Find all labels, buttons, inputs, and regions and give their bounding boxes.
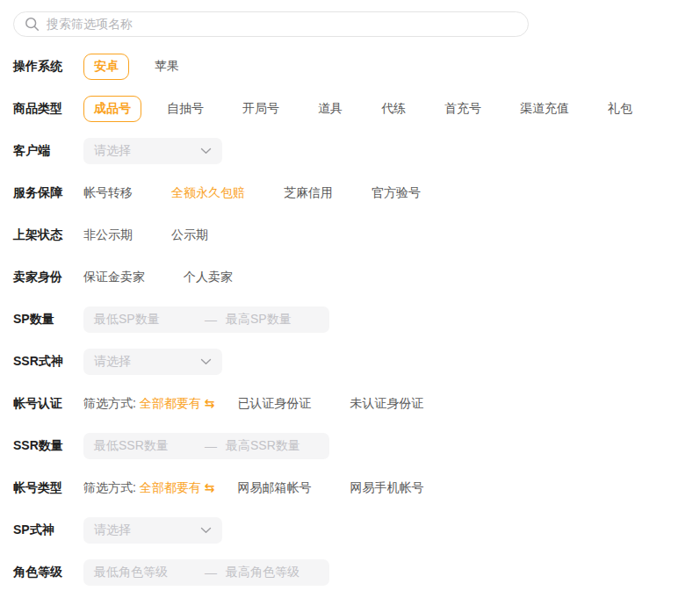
filter-option[interactable]: 渠道充值 [520,101,569,117]
filter-row-items: 筛选方式: 全部都要有 ⇆已认证身份证未认证身份证 [83,396,462,412]
filter-row: SSR数量最低SSR数量—最高SSR数量 [0,425,700,467]
filter-option[interactable]: 网易邮箱帐号 [237,480,311,496]
select-placeholder: 请选择 [94,143,131,159]
range-min-placeholder: 最低SP数量 [94,312,205,328]
filter-option[interactable]: 开局号 [242,101,279,117]
filter-row: 帐号认证筛选方式: 全部都要有 ⇆已认证身份证未认证身份证 [0,383,700,425]
filter-row-label: 操作系统 [13,59,83,75]
swap-icon: ⇆ [205,480,215,494]
select-dropdown[interactable]: 请选择 [83,349,222,375]
range-separator: — [205,439,226,453]
filter-row: SP数量最低SP数量—最高SP数量 [0,299,700,341]
filter-row-label: 上架状态 [13,227,83,243]
chevron-down-icon [200,358,212,365]
filter-option-selected[interactable]: 成品号 [83,96,141,122]
filter-row: 帐号类型筛选方式: 全部都要有 ⇆网易邮箱帐号网易手机帐号 [0,467,700,509]
filter-row: 卖家身份保证金卖家个人卖家 [0,256,700,299]
range-min-placeholder: 最低SSR数量 [94,438,205,454]
filter-row-items: 请选择 [83,517,261,544]
filter-row-items: 成品号自抽号开局号道具代练首充号渠道充值礼包 [83,96,671,122]
filter-row-items: 安卓苹果 [83,54,218,80]
filter-row: SSR式神请选择 [0,341,700,383]
filter-row-label: SSR式神 [13,354,83,370]
range-input[interactable]: 最低SP数量—最高SP数量 [83,306,329,333]
filter-option-selected[interactable]: 全额永久包赔 [171,185,245,201]
filter-option[interactable]: 礼包 [608,101,632,117]
filter-row-label: SP数量 [13,312,83,328]
filter-option[interactable]: 公示期 [171,227,208,243]
range-input[interactable]: 最低SSR数量—最高SSR数量 [83,433,329,459]
filter-panel: 搜索筛选项名称 操作系统安卓苹果商品类型成品号自抽号开局号道具代练首充号渠道充值… [0,11,700,598]
filter-row-items: 保证金卖家个人卖家 [83,270,271,285]
filter-option[interactable]: 首充号 [444,101,481,117]
filter-row-label: 卖家身份 [13,270,83,285]
filter-row: 角色等级最低角色等级—最高角色等级 [0,551,700,594]
filter-row-items: 非公示期公示期 [83,227,247,243]
filter-mode-value: 全部都要有 [140,480,201,494]
filter-mode-prefix: 筛选方式: [83,480,136,494]
range-max-placeholder: 最高SP数量 [226,312,319,328]
filter-rows: 操作系统安卓苹果商品类型成品号自抽号开局号道具代练首充号渠道充值礼包客户端请选择… [0,46,700,594]
filter-option[interactable]: 已认证身份证 [237,396,311,412]
select-placeholder: 请选择 [94,522,131,538]
filter-row-label: 商品类型 [13,101,83,117]
swap-icon: ⇆ [205,396,215,410]
filter-option[interactable]: 网易手机帐号 [350,480,423,496]
filter-option[interactable]: 帐号转移 [83,185,133,201]
range-separator: — [205,566,226,580]
filter-row-label: SP式神 [13,522,83,538]
filter-option[interactable]: 个人卖家 [184,270,233,285]
filter-option[interactable]: 自抽号 [167,101,204,117]
chevron-down-icon [200,527,212,534]
filter-mode-toggle[interactable]: 筛选方式: 全部都要有 ⇆ [83,396,214,412]
filter-row-items: 最低角色等级—最高角色等级 [83,559,368,586]
filter-row-items: 筛选方式: 全部都要有 ⇆网易邮箱帐号网易手机帐号 [83,480,462,496]
filter-row-items: 请选择 [83,138,261,164]
chevron-down-icon [200,148,212,155]
range-separator: — [205,313,226,327]
range-max-placeholder: 最高SSR数量 [226,438,319,454]
search-input[interactable]: 搜索筛选项名称 [13,11,529,37]
search-placeholder: 搜索筛选项名称 [47,17,133,32]
filter-row-items: 最低SSR数量—最高SSR数量 [83,433,368,459]
filter-row: 商品类型成品号自抽号开局号道具代练首充号渠道充值礼包 [0,88,700,130]
filter-option[interactable]: 芝麻信用 [284,185,333,201]
filter-option[interactable]: 保证金卖家 [83,270,145,285]
filter-option[interactable]: 官方验号 [372,185,421,201]
select-dropdown[interactable]: 请选择 [83,138,222,164]
filter-row-label: 服务保障 [13,185,83,201]
filter-row-items: 帐号转移全额永久包赔芝麻信用官方验号 [83,185,459,201]
range-max-placeholder: 最高角色等级 [226,565,319,580]
filter-row-label: SSR数量 [13,438,83,454]
filter-row: SP式神请选择 [0,509,700,551]
filter-option[interactable]: 道具 [318,101,343,117]
select-placeholder: 请选择 [94,354,131,370]
filter-row-label: 客户端 [13,143,83,159]
filter-row-items: 最低SP数量—最高SP数量 [83,306,368,333]
filter-row-label: 帐号类型 [13,480,83,496]
filter-mode-toggle[interactable]: 筛选方式: 全部都要有 ⇆ [83,480,214,496]
filter-row: 操作系统安卓苹果 [0,46,700,88]
filter-option[interactable]: 非公示期 [83,227,133,243]
filter-row: 上架状态非公示期公示期 [0,214,700,256]
filter-row-items: 请选择 [83,349,261,375]
range-min-placeholder: 最低角色等级 [94,565,205,580]
filter-row: 客户端请选择 [0,130,700,172]
search-icon [25,17,40,32]
filter-option[interactable]: 苹果 [155,59,179,75]
filter-option[interactable]: 未认证身份证 [350,396,423,412]
filter-row-label: 角色等级 [13,565,83,580]
filter-option[interactable]: 代练 [381,101,406,117]
filter-row: 服务保障帐号转移全额永久包赔芝麻信用官方验号 [0,172,700,214]
filter-option-selected[interactable]: 安卓 [83,54,129,80]
filter-mode-value: 全部都要有 [140,396,201,410]
range-input[interactable]: 最低角色等级—最高角色等级 [83,559,329,586]
select-dropdown[interactable]: 请选择 [83,517,222,544]
filter-row-label: 帐号认证 [13,396,83,412]
filter-mode-prefix: 筛选方式: [83,396,136,410]
